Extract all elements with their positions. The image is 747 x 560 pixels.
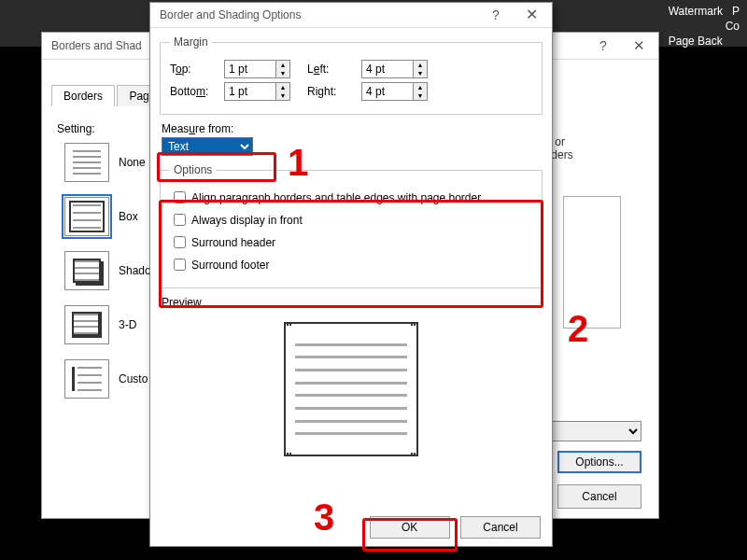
callout-number-1: 1	[288, 142, 308, 184]
spin-down-icon[interactable]: ▼	[414, 69, 427, 77]
opt-align-checkbox[interactable]	[174, 191, 186, 203]
close-icon[interactable]: ✕	[625, 33, 653, 59]
ok-button[interactable]: OK	[370, 516, 450, 539]
ribbon-page-back[interactable]: Page Back	[669, 35, 723, 48]
margin-right-label: Right:	[307, 85, 361, 98]
setting-custom[interactable]: Custo	[64, 359, 151, 399]
spin-up-icon[interactable]: ▲	[414, 83, 427, 91]
dialog-title: Border and Shading Options	[160, 8, 301, 21]
opt-footer-checkbox[interactable]	[174, 259, 186, 271]
callout-number-3: 3	[314, 497, 334, 539]
setting-shadow[interactable]: Shado	[64, 251, 151, 290]
callout-number-2: 2	[568, 308, 588, 350]
setting-box[interactable]: Box	[64, 197, 151, 236]
spin-down-icon[interactable]: ▼	[276, 69, 289, 77]
margin-bottom-label: Bottom:	[170, 85, 224, 98]
margin-left-label: Left:	[307, 63, 361, 76]
measure-from-select[interactable]: Text	[162, 137, 253, 156]
preview-box	[258, 315, 444, 464]
measure-from-label: Measure from:	[162, 122, 541, 135]
margin-group: Margin Top: ▲▼ Left: ▲▼ Bottom: ▲▼ Right…	[160, 35, 543, 115]
options-button[interactable]: Options...	[557, 451, 641, 473]
spin-up-icon[interactable]: ▲	[414, 61, 427, 69]
spin-down-icon[interactable]: ▼	[414, 91, 427, 100]
help-icon[interactable]: ?	[589, 33, 617, 59]
setting-3d[interactable]: 3-D	[64, 305, 151, 344]
opt-front-checkbox[interactable]	[174, 214, 186, 226]
dialog-titlebar: Border and Shading Options ? ✕	[150, 3, 552, 28]
margin-top-input[interactable]	[224, 60, 276, 78]
setting-label: Setting:	[57, 122, 95, 135]
dialog-title: Borders and Shad	[51, 39, 142, 52]
margin-top-label: Top:	[170, 63, 224, 76]
close-icon[interactable]: ✕	[520, 3, 543, 27]
margin-right-input[interactable]	[361, 82, 414, 101]
spin-down-icon[interactable]: ▼	[276, 91, 289, 100]
cancel-button[interactable]: Cancel	[460, 516, 541, 539]
preview-label: Preview	[162, 296, 541, 309]
setting-none[interactable]: None	[64, 143, 151, 182]
margin-left-input[interactable]	[361, 60, 414, 78]
border-shading-options-dialog: Border and Shading Options ? ✕ Margin To…	[149, 2, 553, 547]
spin-up-icon[interactable]: ▲	[276, 61, 289, 69]
tab-borders[interactable]: Borders	[51, 85, 115, 106]
ribbon-watermark[interactable]: Watermark	[669, 5, 723, 18]
help-icon[interactable]: ?	[485, 3, 507, 27]
cancel-button-back[interactable]: Cancel	[557, 484, 641, 509]
opt-header-checkbox[interactable]	[174, 236, 186, 248]
spin-up-icon[interactable]: ▲	[276, 83, 289, 91]
options-group: Options Align paragraph borders and tabl…	[160, 163, 543, 288]
margin-bottom-input[interactable]	[224, 82, 276, 101]
